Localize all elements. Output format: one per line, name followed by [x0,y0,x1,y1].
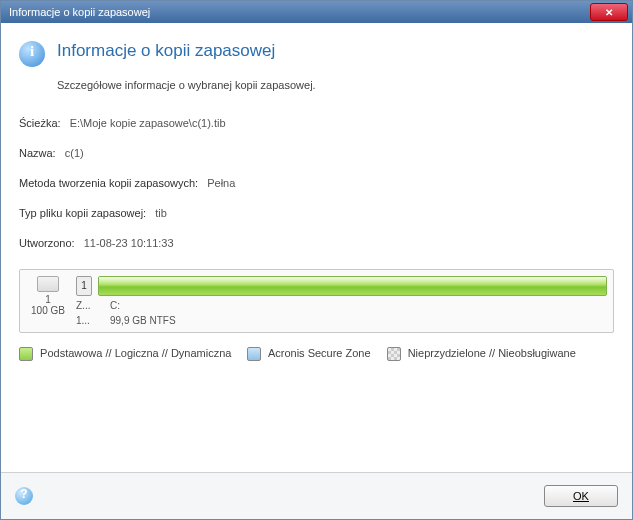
titlebar[interactable]: Informacje o kopii zapasowej ✕ [1,1,632,23]
created-value: 11-08-23 10:11:33 [84,237,174,249]
legend: Podstawowa // Logiczna // Dynamiczna Acr… [19,347,614,361]
content-area: Informacje o kopii zapasowej Szczegółowe… [1,23,632,472]
path-value: E:\Moje kopie zapasowe\c(1).tib [70,117,226,129]
field-filetype: Typ pliku kopii zapasowej: tib [19,207,614,219]
legend-item-asz: Acronis Secure Zone [247,347,370,361]
close-button[interactable]: ✕ [590,3,628,21]
window-title: Informacje o kopii zapasowej [9,6,590,18]
swatch-primary-icon [19,347,33,361]
field-created: Utworzono: 11-08-23 10:11:33 [19,237,614,249]
disk-layout-block: 1 100 GB 1 Z... C: 1... 99,9 GB NTFS [19,269,614,333]
disk-icon [37,276,59,292]
name-value: c(1) [65,147,84,159]
field-path: Ścieżka: E:\Moje kopie zapasowe\c(1).tib [19,117,614,129]
swatch-asz-icon [247,347,261,361]
partition-index-badge: 1 [76,276,92,296]
detail-col2-value: 99,9 GB NTFS [110,315,176,326]
legend-asz-label: Acronis Secure Zone [268,347,371,359]
partition-details-row2: 1... 99,9 GB NTFS [76,315,607,326]
detail-col1-value: 1... [76,315,100,326]
method-value: Pełna [207,177,235,189]
path-label: Ścieżka: [19,117,61,129]
ok-button-label: OK [573,490,589,502]
filetype-value: tib [155,207,167,219]
legend-item-primary: Podstawowa // Logiczna // Dynamiczna [19,347,231,361]
info-icon [19,41,45,67]
page-subtitle: Szczegółowe informacje o wybranej kopii … [57,79,614,91]
legend-primary-label: Podstawowa // Logiczna // Dynamiczna [40,347,231,359]
created-label: Utworzono: [19,237,75,249]
name-label: Nazwa: [19,147,56,159]
filetype-label: Typ pliku kopii zapasowej: [19,207,146,219]
method-label: Metoda tworzenia kopii zapasowych: [19,177,198,189]
close-icon: ✕ [605,7,613,18]
partition-bar[interactable] [98,276,607,296]
ok-button[interactable]: OK [544,485,618,507]
detail-col2-label: C: [110,300,120,311]
legend-unallocated-label: Nieprzydzielone // Nieobsługiwane [408,347,576,359]
disk-total-size: 100 GB [26,305,70,316]
detail-col1-label: Z... [76,300,100,311]
footer: OK [1,472,632,519]
legend-item-unallocated: Nieprzydzielone // Nieobsługiwane [387,347,576,361]
disk-index: 1 [26,294,70,305]
help-icon[interactable] [15,487,33,505]
page-title: Informacje o kopii zapasowej [57,41,275,61]
partition-details: Z... C: [76,300,607,311]
field-name: Nazwa: c(1) [19,147,614,159]
disk-summary: 1 100 GB [26,276,70,316]
field-method: Metoda tworzenia kopii zapasowych: Pełna [19,177,614,189]
backup-info-window: Informacje o kopii zapasowej ✕ Informacj… [0,0,633,520]
swatch-unallocated-icon [387,347,401,361]
